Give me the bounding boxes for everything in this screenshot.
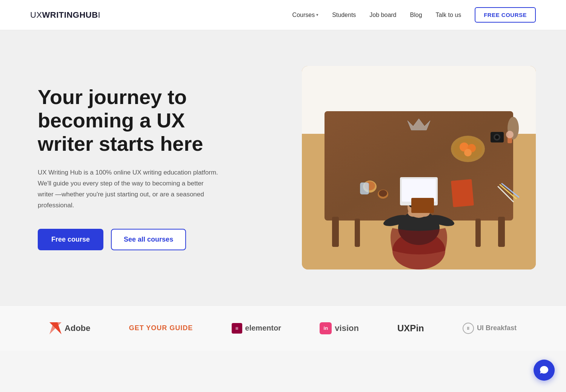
nav-students[interactable]: Students [332, 12, 356, 18]
adobe-icon [49, 322, 62, 334]
logo-cursor: I [98, 10, 101, 20]
chat-icon [539, 365, 549, 375]
svg-rect-6 [355, 219, 360, 247]
brands-section: Adobe GET YOUR GUIDE ≡ elementor in visi… [0, 305, 566, 351]
hero-title: Your journey to becoming a UX writer sta… [38, 85, 234, 155]
desk-scene-illustration [302, 66, 536, 270]
nav-courses[interactable]: Courses ▾ [292, 12, 319, 18]
invision-icon: in [320, 322, 332, 334]
brand-invision-label: vision [335, 323, 359, 333]
svg-rect-5 [498, 217, 505, 247]
svg-rect-18 [411, 198, 434, 213]
ui-breakfast-icon: II [463, 323, 474, 334]
hero-left-content: Your journey to becoming a UX writer sta… [38, 85, 234, 251]
logo-hub: HUB [79, 10, 98, 20]
nav-talk-to-us[interactable]: Talk to us [436, 12, 461, 18]
svg-rect-21 [360, 183, 369, 194]
elementor-icon: ≡ [232, 323, 242, 334]
brand-adobe-label: Adobe [65, 323, 90, 333]
svg-point-23 [379, 190, 387, 197]
hero-section: Your journey to becoming a UX writer sta… [0, 30, 566, 305]
hero-description: UX Writing Hub is a 100% online UX writi… [38, 167, 219, 211]
svg-rect-7 [475, 219, 481, 247]
brand-elementor: ≡ elementor [232, 323, 281, 334]
free-course-nav-button[interactable]: FREE COURSE [475, 7, 536, 23]
svg-point-28 [464, 149, 472, 156]
nav-blog[interactable]: Blog [410, 12, 422, 18]
chevron-down-icon: ▾ [316, 12, 318, 17]
logo-ux: UX [30, 10, 42, 20]
hero-image [302, 66, 536, 270]
nav-job-board[interactable]: Job board [369, 12, 396, 18]
brand-get-your-guide: GET YOUR GUIDE [129, 324, 193, 332]
svg-rect-4 [332, 217, 339, 247]
brand-uib-label: UI Breakfast [477, 324, 517, 332]
logo-writing: WRITING [42, 10, 80, 20]
site-logo[interactable]: UXWRITINGHUBI [30, 10, 100, 20]
main-nav: Courses ▾ Students Job board Blog Talk t… [292, 7, 536, 23]
hero-right-image [257, 66, 536, 270]
brand-uxpin-label: UXPin [397, 323, 424, 334]
see-all-courses-button[interactable]: See all courses [111, 229, 186, 250]
chat-widget-button[interactable] [534, 360, 555, 381]
brand-uxpin: UXPin [397, 323, 424, 334]
brand-gyg-label: GET YOUR GUIDE [129, 324, 193, 332]
brand-adobe: Adobe [49, 322, 90, 334]
hero-buttons: Free course See all courses [38, 229, 234, 250]
svg-point-32 [495, 135, 499, 139]
site-header: UXWRITINGHUBI Courses ▾ Students Job boa… [0, 0, 566, 30]
svg-point-35 [506, 131, 514, 138]
brand-ui-breakfast: II UI Breakfast [463, 323, 517, 334]
svg-rect-29 [451, 179, 474, 207]
brand-invision: in vision [320, 322, 359, 334]
brand-elementor-label: elementor [245, 324, 281, 332]
free-course-hero-button[interactable]: Free course [38, 229, 103, 250]
